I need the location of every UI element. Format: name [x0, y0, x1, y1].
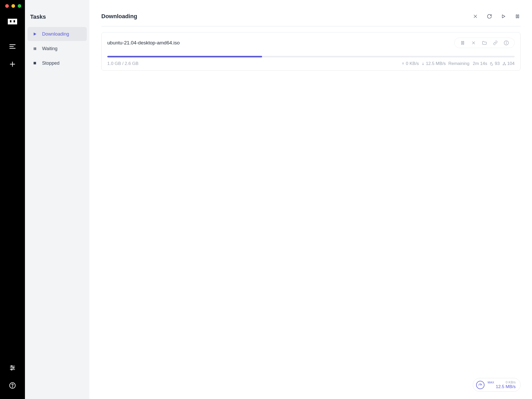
svg-rect-2	[12, 19, 14, 24]
speed-max-label: MAX	[488, 381, 494, 384]
task-seeds: 93	[490, 61, 500, 66]
sidebar-item-stopped[interactable]: Stopped	[28, 56, 87, 70]
speed-indicator[interactable]: MAX 0 KB/s 12.5 MB/s	[473, 378, 521, 392]
app-root: Tasks Downloading Waiting Stopped Downlo…	[0, 0, 532, 399]
stop-icon	[32, 61, 37, 66]
speedometer-icon	[476, 381, 484, 389]
task-peers: 104	[502, 61, 515, 66]
task-stats-right: 0 KB/s 12.5 MB/s Remaining 2m 14s 93	[401, 61, 515, 66]
speed-down-value: 12.5 MB/s	[488, 384, 516, 389]
sidebar-item-label: Stopped	[42, 61, 59, 66]
task-pause-button[interactable]	[460, 40, 466, 46]
pause-all-button[interactable]	[514, 13, 521, 19]
task-remaining: Remaining 2m 14s	[448, 61, 487, 66]
window-minimize-button[interactable]	[11, 4, 15, 8]
task-download-speed: 12.5 MB/s	[421, 61, 446, 66]
svg-point-12	[13, 367, 14, 368]
svg-rect-3	[15, 19, 17, 24]
svg-point-14	[11, 369, 12, 370]
pause-icon	[32, 46, 37, 51]
svg-rect-20	[34, 62, 36, 64]
svg-point-16	[12, 387, 13, 387]
svg-rect-25	[518, 15, 519, 18]
svg-line-39	[504, 63, 505, 64]
task-upload-speed: 0 KB/s	[401, 61, 419, 66]
svg-rect-24	[516, 15, 517, 18]
progress-bar	[107, 56, 515, 57]
svg-point-10	[11, 365, 12, 367]
speed-text: MAX 0 KB/s 12.5 MB/s	[488, 380, 516, 389]
main-toolbar	[472, 13, 521, 19]
help-button[interactable]	[5, 378, 20, 393]
svg-line-41	[480, 384, 481, 385]
play-icon	[32, 31, 37, 37]
svg-rect-26	[462, 41, 462, 44]
app-logo	[8, 15, 17, 27]
task-header: ubuntu-21.04-desktop-amd64.iso	[107, 38, 515, 48]
window-maximize-button[interactable]	[18, 4, 21, 8]
sidebar-item-label: Waiting	[42, 46, 57, 51]
svg-rect-1	[8, 19, 10, 24]
sidebar: Tasks Downloading Waiting Stopped	[25, 0, 89, 399]
task-actions	[454, 38, 515, 48]
svg-line-38	[503, 63, 504, 64]
sidebar-title: Tasks	[25, 14, 89, 27]
task-info-button[interactable]	[503, 40, 509, 46]
task-filename: ubuntu-21.04-desktop-amd64.iso	[107, 40, 180, 46]
seed-icon	[490, 62, 494, 66]
peers-icon	[502, 62, 506, 66]
sidebar-item-waiting[interactable]: Waiting	[28, 42, 87, 56]
task-card[interactable]: ubuntu-21.04-desktop-amd64.iso	[101, 32, 521, 71]
add-task-button[interactable]	[5, 57, 20, 71]
window-close-button[interactable]	[5, 4, 9, 8]
resume-all-button[interactable]	[500, 13, 507, 19]
sidebar-item-downloading[interactable]: Downloading	[28, 27, 87, 41]
settings-button[interactable]	[5, 361, 20, 375]
svg-point-32	[506, 42, 506, 42]
rail	[0, 0, 25, 399]
page-title: Downloading	[101, 13, 137, 20]
delete-button[interactable]	[472, 13, 478, 19]
svg-rect-19	[35, 47, 36, 50]
window-controls	[5, 4, 21, 8]
refresh-button[interactable]	[486, 13, 493, 19]
task-stats: 1.0 GB / 2.6 GB 0 KB/s 12.5 MB/s Remaini…	[107, 61, 515, 66]
task-folder-button[interactable]	[482, 40, 487, 46]
arrow-up-icon	[401, 62, 405, 65]
sidebar-item-label: Downloading	[42, 31, 69, 37]
menu-toggle-button[interactable]	[5, 39, 20, 54]
svg-rect-18	[34, 47, 35, 50]
progress-fill	[107, 56, 262, 57]
svg-rect-27	[463, 41, 464, 44]
task-size: 1.0 GB / 2.6 GB	[107, 61, 138, 66]
arrow-down-icon	[421, 62, 425, 65]
svg-marker-23	[502, 15, 505, 18]
main-content: Downloading ubuntu-21.04-desktop-amd64.i…	[89, 0, 532, 399]
speed-up-value: 0 KB/s	[506, 380, 516, 384]
svg-marker-17	[34, 33, 36, 36]
task-remove-button[interactable]	[471, 40, 476, 46]
task-link-button[interactable]	[493, 40, 498, 46]
main-header: Downloading	[101, 13, 521, 26]
